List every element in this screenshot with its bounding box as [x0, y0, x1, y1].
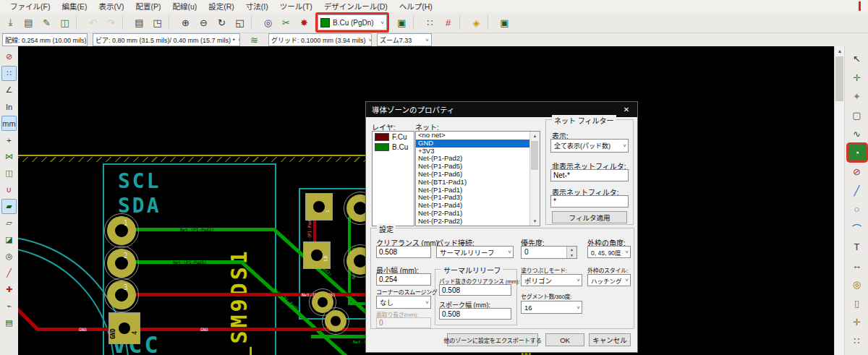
scrollbar-thumb[interactable] [835, 56, 843, 101]
netlist-icon[interactable]: ✂ [278, 14, 294, 31]
add-circle-icon[interactable]: ○ [848, 201, 866, 217]
chamfer-input[interactable] [376, 317, 431, 328]
antipad-clearance-input[interactable] [439, 284, 511, 296]
pad-p1-2[interactable]: 2 [104, 246, 139, 281]
plot-icon[interactable]: ◳ [149, 14, 166, 31]
add-arc-icon[interactable]: ⌒ [848, 220, 866, 236]
clearance-input[interactable] [376, 246, 431, 258]
layer-list-item[interactable]: F.Cu [373, 132, 414, 142]
corner-smoothing-select[interactable]: なし ˅ [376, 296, 431, 309]
polar-coords-icon[interactable]: ∠ [1, 82, 17, 98]
pad-round-r4[interactable] [322, 307, 349, 335]
drc-icon[interactable]: ✸ [296, 14, 312, 31]
drc-off-icon[interactable]: ⊘ [1, 49, 17, 64]
footprint-editor-icon[interactable]: ✎ [38, 14, 55, 31]
net-list[interactable]: <no net>GND+3V3Net-(P1-Pad2)Net-(P1-Pad5… [415, 131, 540, 226]
zoom-out-icon[interactable]: ⊖ [195, 14, 212, 31]
net-list-item[interactable]: Net-(P2-Pad2) [416, 218, 530, 226]
menu-item[interactable]: 配線(u) [166, 1, 203, 12]
net-list-item[interactable]: Net-(BT1-Pad1) [416, 179, 530, 187]
track-net-pad5[interactable]: Net-(P1-Pad5) [121, 260, 244, 264]
zoom-fit-icon[interactable]: ◱ [231, 14, 248, 31]
pad-connection-select[interactable]: サーマルリリーフ ˅ [436, 246, 514, 258]
close-icon[interactable]: ✕ [616, 102, 637, 117]
footprint-browser-icon[interactable]: ◫ [56, 14, 73, 31]
zone-outline-icon[interactable]: ◪ [1, 232, 17, 247]
net-list-item[interactable]: GND [416, 140, 530, 147]
print-icon[interactable]: ▤ [131, 14, 148, 31]
page-settings-icon[interactable]: ▤ [20, 14, 37, 31]
min-width-input[interactable] [376, 273, 431, 286]
pad-sq-1[interactable]: 1 [305, 193, 333, 221]
zoom-selector[interactable]: ズーム7.33 ˅ [377, 33, 432, 46]
separator[interactable] [76, 15, 82, 30]
add-track-icon[interactable]: ∿ [848, 126, 866, 142]
separator[interactable] [488, 15, 493, 30]
zoom-selection-icon[interactable]: ◎ [260, 14, 276, 31]
track-sketch-icon[interactable]: ╱ [1, 265, 17, 281]
add-line-icon[interactable]: ╱ [848, 182, 866, 198]
spin-up-icon[interactable]: ▲ [567, 247, 576, 252]
apply-filter-button[interactable]: フィルタ適用 [552, 211, 627, 223]
zone-fill-icon[interactable]: ▰ [1, 199, 17, 214]
zone-unfill-icon[interactable]: ▱ [1, 215, 17, 231]
add-text-icon[interactable]: T [848, 239, 866, 255]
show-filter-input[interactable] [550, 195, 629, 208]
layer-manager-icon[interactable]: ▤ [1, 315, 17, 330]
track-width-selector[interactable]: 配線: 0.254 mm (10.00 mils) * ˅ [2, 33, 88, 46]
add-keepout-icon[interactable]: ⊘ [848, 163, 866, 179]
cancel-button[interactable]: キャンセル [589, 333, 631, 346]
zoom-in-icon[interactable]: ⊕ [177, 14, 194, 31]
module-ratsnest-icon[interactable]: ◫ [1, 166, 17, 181]
display-filter-select[interactable]: 全て表示(パッド数) ˅ [550, 139, 629, 153]
cursor-shape-icon[interactable]: + [1, 132, 17, 147]
redo-icon[interactable]: ↷ [103, 14, 119, 31]
scroll-down-arrow[interactable]: ▼ [530, 217, 540, 226]
highlight-net-icon[interactable]: ▣ [393, 14, 410, 31]
grid-selector[interactable]: グリッド: 0.1000 mm (3.94 mils) ˅ [268, 33, 372, 46]
net-list-scrollbar[interactable]: ▲ ▼ [529, 132, 540, 226]
layer-selector[interactable]: B.Cu (PgDn) ˅ [318, 14, 387, 30]
pad-sketch-icon[interactable]: ◎ [1, 249, 17, 264]
grid-lines-icon[interactable]: # [440, 14, 456, 31]
separator[interactable] [251, 15, 257, 30]
menu-item[interactable]: 寸法(I) [240, 1, 274, 12]
separator[interactable] [413, 15, 419, 30]
grid-style-icon[interactable]: ∷ [848, 333, 866, 348]
route-options-icon[interactable]: ⌁ [1, 299, 17, 314]
canvas-vertical-scrollbar[interactable]: ▲ [834, 46, 845, 355]
select-cursor-icon[interactable]: ↖ [848, 51, 866, 67]
menu-item[interactable]: 設定(R) [203, 1, 240, 12]
outline-angle-select[interactable]: 0, 45, 90度 ˅ [587, 246, 631, 258]
zoom-redraw-icon[interactable]: ↻ [213, 14, 230, 31]
interactive-router-icon[interactable]: ✛ [848, 69, 866, 85]
spoke-width-input[interactable] [439, 308, 511, 320]
disable-ratsnest-icon[interactable]: ∪ [1, 182, 17, 197]
pad-sq-ld[interactable]: LD [303, 241, 331, 269]
fill-mode-select[interactable]: ポリゴン ˅ [521, 274, 582, 286]
grid-visibility-icon[interactable]: ∷ [1, 66, 17, 81]
pad-p1-1[interactable]: 1 [104, 213, 139, 248]
grid-origin-icon[interactable]: ✛ [848, 314, 866, 330]
track-net-pad2[interactable]: Net-(P1-Pad2) [121, 228, 276, 231]
layer-list[interactable]: F.Cu B.Cu [372, 131, 414, 226]
add-footprint-icon[interactable]: ▢ [848, 107, 866, 123]
delete-tool-icon[interactable]: ▯ [848, 295, 866, 311]
priority-spinner[interactable]: 0 ▲ ▼ [521, 246, 577, 259]
scroll-up-arrow[interactable]: ▲ [835, 46, 845, 56]
menu-item[interactable]: 編集(E) [56, 1, 93, 12]
microwave-tools-icon[interactable]: ◈ [468, 14, 485, 31]
grid-dots-icon[interactable]: ∷ [422, 14, 438, 31]
add-zone-icon[interactable]: ◔ [848, 145, 866, 161]
menu-item[interactable]: 配置(P) [129, 1, 166, 12]
menu-item[interactable]: ヘルプ(H) [393, 1, 438, 12]
highlight-net-tool-icon[interactable]: ✦ [848, 88, 866, 104]
separator[interactable] [459, 15, 465, 30]
ok-button[interactable]: OK [545, 333, 584, 346]
units-mm-icon[interactable]: mm [1, 116, 17, 131]
outline-style-select[interactable]: ハッチング ˅ [587, 274, 631, 286]
hide-filter-input[interactable] [550, 169, 629, 181]
general-ratsnest-icon[interactable]: ⋈ [1, 149, 17, 164]
3d-viewer-icon[interactable]: ▣ [496, 14, 513, 31]
export-settings-button[interactable]: 他のゾーンに設定をエクスポートする [447, 333, 538, 346]
